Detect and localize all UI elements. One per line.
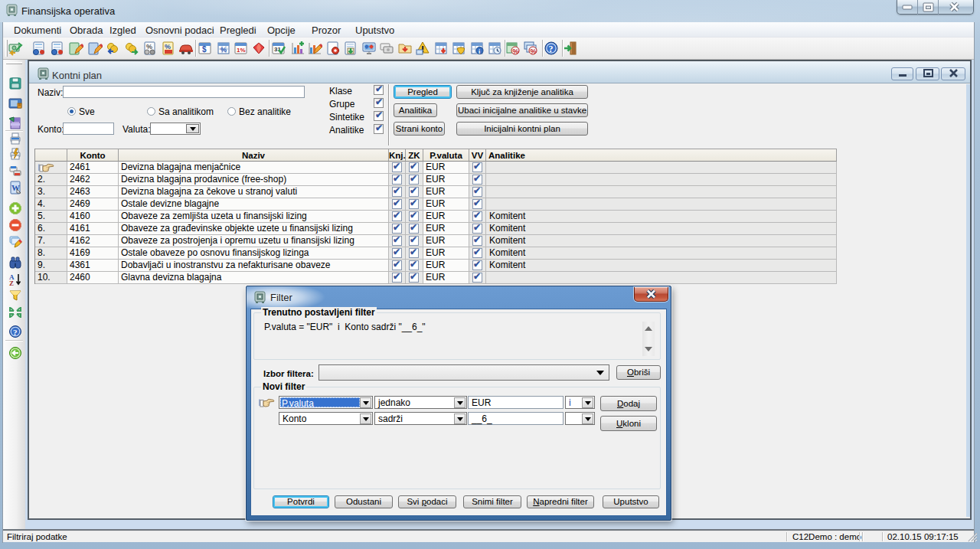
svg-text:Z: Z [9, 279, 14, 286]
svg-text:?: ? [549, 44, 554, 54]
svg-text:%: % [513, 47, 519, 55]
svg-text:%: % [531, 47, 537, 55]
svg-text:%: % [220, 46, 227, 54]
svg-text:1%: 1% [237, 47, 246, 54]
svg-text:%: % [165, 43, 171, 51]
svg-text:$: $ [202, 45, 207, 54]
svg-text:%: % [146, 43, 152, 51]
svg-text:?: ? [13, 328, 18, 337]
